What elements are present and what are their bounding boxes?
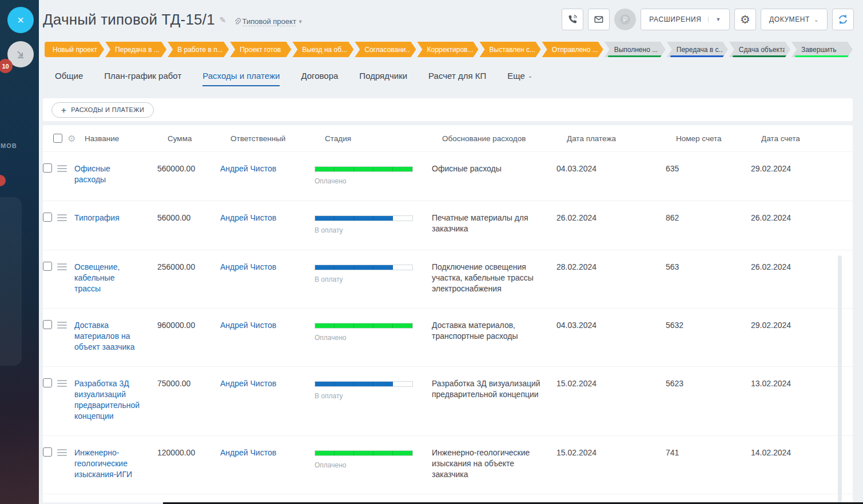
expense-name-link[interactable]: Освещение, кабельные трассы xyxy=(74,262,138,294)
vertical-scrollbar[interactable] xyxy=(838,255,842,502)
stage-label: В оплату xyxy=(315,225,424,236)
row-menu-icon[interactable] xyxy=(57,165,67,172)
stage-chip[interactable]: Передача в с... xyxy=(667,42,728,57)
stage-chip-label: Передача в ... xyxy=(115,46,160,54)
extensions-caret-icon[interactable]: ▼ xyxy=(708,17,721,22)
settings-button[interactable]: ⚙ xyxy=(734,9,756,30)
tab-Общие[interactable]: Общие xyxy=(55,71,83,86)
tab-Договора[interactable]: Договора xyxy=(301,71,338,86)
stage-chip[interactable]: Новый проект xyxy=(45,42,104,57)
justification-text: Разработка 3Д визуализаций предварительн… xyxy=(432,378,548,400)
responsible-link[interactable]: Андрей Чистов xyxy=(220,163,276,174)
row-checkbox[interactable] xyxy=(43,262,52,271)
row-checkbox[interactable] xyxy=(43,213,52,222)
stage-chip-label: Выезд на об... xyxy=(302,46,347,54)
responsible-link[interactable]: Андрей Чистов xyxy=(220,378,276,389)
row-menu-icon[interactable] xyxy=(57,263,67,270)
expense-name-link[interactable]: Офисные расходы xyxy=(74,163,138,185)
tab-Расходы и платежи[interactable]: Расходы и платежи xyxy=(202,71,280,86)
payment-date-cell: 28.02.2024 xyxy=(556,262,666,273)
document-button[interactable]: ДОКУМЕНТ ⌄ xyxy=(761,9,828,30)
row-checkbox[interactable] xyxy=(43,163,52,173)
stage-chip[interactable]: Проект готов xyxy=(230,42,291,57)
invoice-number-cell: 741 xyxy=(666,447,751,458)
stage-chip[interactable]: Выполнено ... xyxy=(605,42,666,57)
stage-chip-label: В работе в п... xyxy=(177,46,223,54)
extensions-button[interactable]: РАСШИРЕНИЯ ▼ xyxy=(641,9,730,30)
tab-Расчет для КП[interactable]: Расчет для КП xyxy=(428,71,486,86)
stage-chip[interactable]: В работе в п... xyxy=(168,42,229,57)
tab-План-график работ[interactable]: План-график работ xyxy=(104,71,181,86)
stage-chip[interactable]: Отправлено ... xyxy=(542,42,603,57)
expand-button[interactable] xyxy=(832,9,854,30)
tab-Еще[interactable]: Еще⌄ xyxy=(507,71,532,86)
column-header[interactable]: Номер счета xyxy=(676,134,761,143)
gear-icon: ⚙ xyxy=(740,13,750,26)
stage-chip[interactable]: Согласовани... xyxy=(355,42,416,57)
add-toolbar-card: + РАСХОДЫ И ПЛАТЕЖИ xyxy=(43,98,853,121)
stage-chip[interactable]: Передача в ... xyxy=(105,42,166,57)
row-menu-icon[interactable] xyxy=(57,322,67,329)
row-checkbox[interactable] xyxy=(43,378,52,387)
stage-progress-fill xyxy=(315,265,393,270)
chevron-down-icon: ▼ xyxy=(298,19,303,25)
payment-date-cell: 26.02.2024 xyxy=(556,213,666,223)
extensions-label: РАСШИРЕНИЯ xyxy=(649,15,701,23)
edit-pencil-icon[interactable]: ✎ xyxy=(220,15,226,25)
phone-icon xyxy=(567,14,578,25)
responsible-link[interactable]: Андрей Чистов xyxy=(220,262,276,273)
column-header[interactable]: Ответственный xyxy=(230,134,325,143)
sum-cell: 960000.00 xyxy=(157,320,220,331)
justification-cell: Печатные материалы для заказчика xyxy=(432,213,556,234)
stage-chip[interactable]: Корректиров... xyxy=(417,42,478,57)
table-settings-gear-icon[interactable]: ⚙ xyxy=(67,133,85,144)
column-header[interactable]: Обоснование расходов xyxy=(442,134,567,143)
responsible-link[interactable]: Андрей Чистов xyxy=(220,320,276,331)
tab-label: Договора xyxy=(301,71,338,81)
table-row: Разработка 3Д визуализаций предварительн… xyxy=(43,366,853,435)
select-all-checkbox[interactable] xyxy=(53,134,62,143)
row-menu-icon[interactable] xyxy=(57,214,67,221)
tab-Подрядчики[interactable]: Подрядчики xyxy=(359,71,407,86)
expense-name-link[interactable]: Доставка материалов на объект заазчика xyxy=(74,320,138,353)
invoice-number-cell: 5632 xyxy=(666,320,751,331)
stage-chip[interactable]: Завершить xyxy=(792,42,853,57)
stage-progress-fill xyxy=(315,323,412,328)
column-header[interactable]: Дата платежа xyxy=(567,134,676,143)
stage-chip[interactable]: Выставлен с... xyxy=(480,42,541,57)
row-checkbox[interactable] xyxy=(43,447,52,457)
column-header[interactable]: Стадия xyxy=(325,134,442,143)
stage-chip[interactable]: Выезд на об... xyxy=(292,42,353,57)
stage-cell: В оплату xyxy=(315,262,432,285)
sum-cell: 256000.00 xyxy=(157,262,220,273)
expense-name-link[interactable]: Инженерно-геологические изыскания-ИГИ xyxy=(74,447,138,480)
name-cell: Доставка материалов на объект заазчика xyxy=(74,320,157,353)
column-header[interactable]: Сумма xyxy=(168,134,230,143)
responsible-link[interactable]: Андрей Чистов xyxy=(220,213,276,223)
stage-chip-underline xyxy=(795,55,851,57)
stage-chip-label: Выставлен с... xyxy=(490,46,535,54)
call-button[interactable] xyxy=(562,9,583,30)
row-checkbox[interactable] xyxy=(43,320,52,329)
row-menu-icon[interactable] xyxy=(57,380,67,387)
column-header[interactable]: Название xyxy=(85,134,168,143)
close-button[interactable]: × xyxy=(7,7,34,33)
sum-cell: 120000.00 xyxy=(157,447,220,458)
column-header[interactable]: Дата счета xyxy=(761,134,853,143)
stage-chip[interactable]: Сдача объекта xyxy=(729,42,790,57)
name-cell: Разработка 3Д визуализаций предварительн… xyxy=(74,378,157,422)
responsible-link[interactable]: Андрей Чистов xyxy=(220,447,276,458)
row-menu-icon[interactable] xyxy=(57,449,67,456)
project-type-link[interactable]: Типовой проект ▼ xyxy=(233,14,303,26)
expense-name-link[interactable]: Разработка 3Д визуализаций предварительн… xyxy=(74,378,138,422)
justification-cell: Офисные расходы xyxy=(432,163,556,174)
add-expense-button[interactable]: + РАСХОДЫ И ПЛАТЕЖИ xyxy=(51,102,154,118)
stage-progress-bar xyxy=(315,215,413,221)
justification-text: Инженерно-геологические изыскания на объ… xyxy=(432,447,548,480)
payment-date-cell: 15.02.2024 xyxy=(556,378,666,389)
justification-text: Подключение освещения участка, кабельные… xyxy=(432,262,548,294)
sum-cell: 75000.00 xyxy=(157,378,220,389)
expense-name-link[interactable]: Типография xyxy=(74,213,120,223)
stage-cell: Оплачено xyxy=(315,163,432,187)
email-button[interactable] xyxy=(588,9,610,30)
